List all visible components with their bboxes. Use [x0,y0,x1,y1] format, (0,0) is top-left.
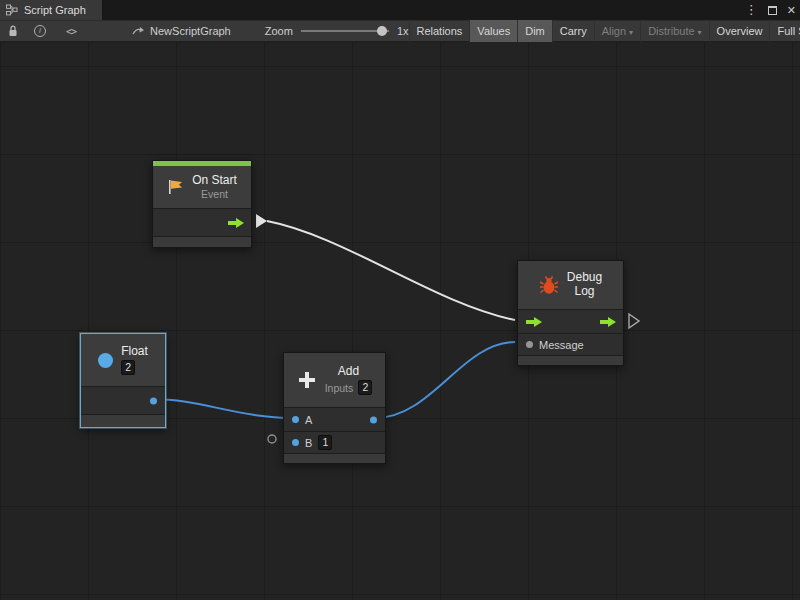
flow-wire-start-arrow [256,214,267,228]
add-inputs-label: Inputs [325,382,354,394]
debug-log-message-row: Message [518,333,623,355]
node-footer [284,453,385,463]
graph-breadcrumb[interactable]: NewScriptGraph [132,25,231,37]
add-port-b-label: B [305,437,312,449]
zoom-label: Zoom [265,25,293,37]
align-label: Align [602,25,626,37]
values-label: Values [477,25,510,37]
flag-icon [167,179,184,195]
fullscreen-button[interactable]: Full S [769,20,800,42]
node-float[interactable]: Float 2 [80,333,166,428]
relations-button[interactable]: Relations [409,20,470,42]
graph-name-label: NewScriptGraph [150,25,231,37]
add-input-a-port[interactable] [292,416,299,423]
dim-label: Dim [525,25,545,37]
chevron-down-icon: ▾ [629,28,633,37]
node-add[interactable]: Add Inputs 2 A B 1 [283,352,386,464]
window-controls: ⋮ ✕ [745,0,796,20]
flow-input-port-icon[interactable] [526,317,542,327]
node-debug-log[interactable]: Debug Log Message [517,260,624,366]
zoom-control: Zoom 1x [265,24,409,38]
debug-log-flow-row [518,309,623,333]
on-start-title: On Start [192,174,237,188]
flow-output-port-icon[interactable] [600,317,616,327]
inspect-button[interactable]: i [30,20,50,42]
overview-button[interactable]: Overview [709,20,770,42]
add-inputs-count-field[interactable]: 2 [358,380,372,395]
script-graph-icon [6,4,18,16]
bug-icon [539,276,559,295]
graph-toolbar: i <> NewScriptGraph Zoom 1x Relations Va… [0,20,800,42]
zoom-slider[interactable] [301,24,389,38]
add-input-b-port[interactable] [292,439,299,446]
distribute-label: Distribute [648,25,694,37]
debug-log-method: Log [574,285,594,299]
chevron-down-icon: ▾ [698,28,702,37]
add-port-a-row: A [284,407,385,431]
close-icon[interactable]: ✕ [787,4,796,17]
node-on-start[interactable]: On Start Event [152,160,252,248]
float-output-port[interactable] [150,397,157,404]
wire-float-to-add-a[interactable] [153,399,294,418]
zoom-slider-track [301,30,389,32]
values-button[interactable]: Values [469,20,517,42]
graph-canvas[interactable]: On Start Event Float 2 [0,42,800,600]
wire-add-sum-to-message[interactable] [375,342,515,418]
lock-button[interactable] [4,20,22,42]
add-sum-output-port[interactable] [370,416,377,423]
zoom-slider-knob[interactable] [377,26,387,36]
wire-onstart-to-log[interactable] [267,221,515,320]
node-footer [153,236,251,247]
flow-output-port-icon[interactable] [228,218,244,228]
jump-arrow-icon [132,26,145,36]
debug-log-header: Debug Log [518,261,623,309]
add-port-b-value-field[interactable]: 1 [318,435,332,450]
relations-label: Relations [417,25,463,37]
carry-button[interactable]: Carry [552,20,594,42]
unconnected-flow-arrow-icon[interactable] [629,314,639,328]
info-icon: i [34,25,46,37]
add-port-b-row: B 1 [284,431,385,453]
carry-label: Carry [560,25,587,37]
plus-icon [297,370,317,390]
tab-title: Script Graph [24,4,86,16]
message-input-port[interactable] [526,341,533,348]
add-title: Add [338,365,359,379]
lock-icon [8,25,18,37]
message-label: Message [539,339,584,351]
add-header: Add Inputs 2 [284,353,385,407]
overview-label: Overview [717,25,763,37]
unconnected-port-circle[interactable] [268,435,276,443]
zoom-value: 1x [397,25,409,37]
on-start-output-row [153,208,251,236]
tab-script-graph[interactable]: Script Graph [0,0,102,20]
float-type-icon [98,353,113,368]
distribute-button[interactable]: Distribute ▾ [640,20,708,42]
float-value-field[interactable]: 2 [121,360,135,375]
float-output-row [81,386,165,414]
debug-log-class: Debug [567,271,602,285]
window-tab-bar: Script Graph ⋮ ✕ [0,0,800,20]
window-menu-icon[interactable]: ⋮ [745,0,758,20]
maximize-icon[interactable] [768,6,777,15]
float-header: Float 2 [81,334,165,386]
edit-script-button[interactable]: <> [62,20,80,42]
float-title: Float [121,345,148,359]
fullscreen-label: Full S [777,25,800,37]
node-footer [81,414,165,427]
node-footer [518,355,623,365]
on-start-subtitle: Event [201,188,228,200]
dim-button[interactable]: Dim [517,20,552,42]
add-port-a-label: A [305,414,312,426]
connection-layer [0,42,800,600]
toolbar-buttons: Relations Values Dim Carry Align ▾ Distr… [409,20,800,42]
code-icon: <> [66,26,76,37]
on-start-header: On Start Event [153,166,251,208]
align-button[interactable]: Align ▾ [594,20,640,42]
